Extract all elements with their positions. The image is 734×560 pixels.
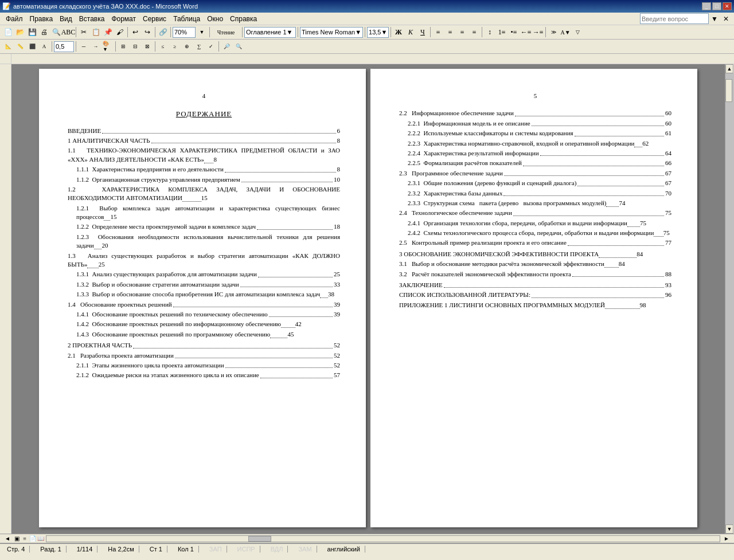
- status-line: Ст 1: [145, 546, 167, 553]
- align-left-button[interactable]: ≡: [432, 26, 444, 38]
- menu-bar: Файл Правка Вид Вставка Формат Сервис Та…: [0, 13, 734, 25]
- read-mode-button[interactable]: Чтение: [212, 26, 240, 38]
- bullet-list-button[interactable]: •≡: [508, 26, 520, 38]
- toc-entry-1-3-2: 1.3.2 Выбор и обоснование стратегии авто…: [68, 280, 340, 289]
- scroll-up-button[interactable]: ▲: [725, 64, 733, 73]
- tb2-color[interactable]: 🎨▼: [102, 41, 114, 52]
- tsep1: [52, 41, 52, 52]
- toc-entry-1-3-3: 1.3.3 Выбор и обоснование способа приобр…: [68, 290, 340, 299]
- zoom-input[interactable]: 70%: [173, 27, 196, 38]
- tb2-merge[interactable]: ⊠: [142, 41, 153, 52]
- menu-window[interactable]: Окно: [204, 14, 227, 24]
- tb2-f3[interactable]: ⊕: [181, 41, 193, 52]
- close-button[interactable]: ✕: [723, 2, 732, 10]
- tb2-btn3[interactable]: ⬛: [26, 41, 38, 52]
- line-spacing-button[interactable]: ↕: [484, 26, 495, 38]
- bold-button[interactable]: Ж: [393, 26, 404, 38]
- vertical-scrollbar[interactable]: ▲ ▼: [725, 64, 734, 534]
- menu-file[interactable]: Файл: [2, 14, 26, 24]
- tb2-f5[interactable]: ✓: [205, 41, 217, 52]
- print-button[interactable]: 🖨: [38, 26, 50, 38]
- scroll-thumb[interactable]: [725, 79, 732, 102]
- view-print-button[interactable]: 📄: [29, 535, 37, 543]
- search-button[interactable]: ▼: [709, 13, 720, 25]
- toc-entry-1-4-3: 1.4.3 Обоснование проектных решений по п…: [68, 330, 340, 339]
- view-reading-button[interactable]: 📖: [37, 535, 45, 543]
- copy-button[interactable]: 📋: [90, 26, 101, 38]
- menu-edit[interactable]: Правка: [26, 14, 57, 24]
- maximize-button[interactable]: □: [712, 2, 721, 10]
- tb2-table[interactable]: ⊟: [130, 41, 141, 52]
- tb2-arrow[interactable]: →: [90, 41, 101, 52]
- scroll-down-button[interactable]: ▼: [725, 524, 733, 534]
- view-normal-button[interactable]: ▣: [13, 535, 21, 543]
- font-size-dropdown[interactable]: 13,5 ▼: [367, 27, 389, 38]
- toc-entry-1-3-1: 1.3.1 Анализ существующих разработок для…: [68, 270, 340, 279]
- horizontal-scroll-thumb[interactable]: [248, 536, 271, 542]
- new-button[interactable]: 📄: [2, 26, 14, 38]
- window-controls[interactable]: _ □ ✕: [702, 2, 732, 10]
- hyperlink-button[interactable]: 🔗: [157, 26, 169, 38]
- italic-button[interactable]: К: [405, 26, 416, 38]
- underline-button[interactable]: Ч: [417, 26, 428, 38]
- tb2-zoom-out[interactable]: 🔎: [221, 41, 232, 52]
- highlight-color-button[interactable]: ▽: [572, 26, 583, 38]
- page-left-number: 4: [68, 92, 340, 100]
- scroll-right-button[interactable]: ►: [721, 535, 732, 543]
- menu-format[interactable]: Формат: [108, 14, 139, 24]
- tb2-f1[interactable]: ≤: [157, 41, 169, 52]
- toc-entry-1-4: 1.4 Обоснование проектных решений 39: [68, 300, 340, 309]
- paste-button[interactable]: 📌: [102, 26, 114, 38]
- minimize-button[interactable]: _: [702, 2, 711, 10]
- justify-button[interactable]: ≡: [468, 26, 480, 38]
- sep3: [155, 27, 155, 37]
- decrease-indent-button[interactable]: ←≡: [520, 26, 532, 38]
- close-pane-button[interactable]: ✕: [720, 13, 732, 25]
- view-web-button[interactable]: ≡: [21, 535, 29, 543]
- toc-entries-right: 2.2 Информационное обеспечение задачи 60…: [399, 109, 671, 310]
- tb2-btn4[interactable]: A: [38, 41, 50, 52]
- tb2-f2[interactable]: ≥: [169, 41, 181, 52]
- tb2-f4[interactable]: ∑: [193, 41, 205, 52]
- zoom-dropdown-icon[interactable]: ▼: [196, 26, 208, 38]
- font-dropdown[interactable]: Times New Roman ▼: [300, 27, 363, 38]
- toc-entry-1-1-1: 1.1.1 Характеристика предприятия и его д…: [68, 165, 340, 174]
- tb2-zoom-in[interactable]: 🔍: [233, 41, 244, 52]
- redo-button[interactable]: ↪: [142, 26, 153, 38]
- menu-insert[interactable]: Вставка: [76, 14, 108, 24]
- align-right-button[interactable]: ≡: [456, 26, 468, 38]
- help-search-input[interactable]: [640, 13, 709, 24]
- toc-entry-1-1: 1.1 ТЕХНИКО-ЭКОНОМИЧЕСКАЯ ХАРАКТЕРИСТИКА…: [68, 146, 340, 164]
- menu-service[interactable]: Сервис: [139, 14, 170, 24]
- increase-indent-button[interactable]: →≡: [532, 26, 544, 38]
- tb2-btn2[interactable]: 📏: [14, 41, 26, 52]
- sep11: [482, 27, 482, 37]
- numbered-list-button[interactable]: 1≡: [496, 26, 507, 38]
- menu-help[interactable]: Справка: [227, 14, 260, 24]
- ruler-track: [11, 54, 734, 64]
- save-button[interactable]: 💾: [26, 26, 38, 38]
- indent-value-input[interactable]: 0,5: [54, 41, 74, 52]
- scroll-left-button[interactable]: ◄: [2, 535, 13, 543]
- toc-entry-1-2-2: 1.2.2 Определение места проектируемой за…: [68, 222, 340, 231]
- tb2-btn1[interactable]: 📐: [2, 41, 14, 52]
- toc-entry-3-1: 3.1 Выбор и обоснование методики расчёта…: [399, 260, 671, 268]
- tb2-line[interactable]: ─: [78, 41, 89, 52]
- undo-button[interactable]: ↩: [130, 26, 141, 38]
- menu-table[interactable]: Таблица: [170, 14, 204, 24]
- print-preview-button[interactable]: 🔍: [50, 26, 62, 38]
- font-color-button[interactable]: A▼: [560, 26, 571, 38]
- more-button[interactable]: ≫: [548, 26, 559, 38]
- menu-view[interactable]: Вид: [56, 14, 76, 24]
- open-button[interactable]: 📂: [14, 26, 26, 38]
- cut-button[interactable]: ✂: [78, 26, 89, 38]
- format-painter-button[interactable]: 🖌: [114, 26, 126, 38]
- align-center-button[interactable]: ≡: [444, 26, 456, 38]
- status-bar: Стр. 4 Разд. 1 1/114 На 2,2см Ст 1 Кол 1…: [0, 543, 734, 554]
- tb2-insert[interactable]: ⊞: [118, 41, 129, 52]
- toc-entry-2-4-2: 2.4.2 Схемы технологического процесса сб…: [399, 229, 671, 237]
- horizontal-scrollbar-track[interactable]: [46, 535, 720, 542]
- toc-entry-2-3-3: 2.3.3 Структурная схема пакета (дерево в…: [399, 199, 671, 207]
- style-dropdown[interactable]: Оглавление 1 ▼: [244, 27, 296, 38]
- spellcheck-button[interactable]: ABC: [63, 26, 74, 38]
